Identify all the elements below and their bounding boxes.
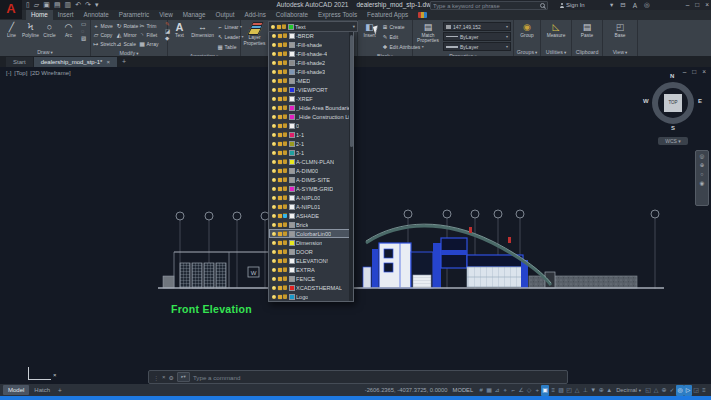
doc-minimize-icon[interactable]: – xyxy=(683,68,687,75)
ribbon-tab-output[interactable]: Output xyxy=(211,10,240,20)
command-line[interactable]: ⋮ × ⚙ ▸▾ Type a command xyxy=(148,370,568,384)
layer-on-icon[interactable] xyxy=(272,277,276,281)
autodesk-store-icon[interactable]: ⊟ xyxy=(620,1,625,9)
command-grip-icon[interactable]: ⋮ xyxy=(153,374,159,381)
dynamic-input-icon[interactable]: ⌖ xyxy=(501,385,509,396)
layer-lock-icon[interactable] xyxy=(283,150,287,156)
layer-row-a-dims-site[interactable]: A-DIMS-SITE xyxy=(269,175,353,184)
visual-style-menu[interactable]: [2D Wireframe] xyxy=(30,70,70,76)
layer-row-ashade[interactable]: ASHADE xyxy=(269,211,353,220)
viewcube-north[interactable]: N xyxy=(670,73,674,79)
layer-thaw-icon[interactable] xyxy=(278,223,282,227)
layer-lock-icon[interactable] xyxy=(283,123,287,129)
zoom-icon[interactable]: ○ xyxy=(700,171,703,177)
panel-label-groups[interactable]: Groups▾ xyxy=(514,48,540,56)
layer-lock-icon[interactable] xyxy=(283,78,287,84)
layer-thaw-icon[interactable] xyxy=(278,43,282,47)
layer-thaw-icon[interactable] xyxy=(278,259,282,263)
layer-thaw-icon[interactable] xyxy=(278,151,282,155)
trim-tool[interactable]: ✂Trim xyxy=(139,21,162,30)
open-file-icon[interactable]: ▱ xyxy=(34,0,39,10)
customize-quick-access-icon[interactable]: ▾ xyxy=(95,0,99,10)
file-tab-drawing[interactable]: dealership_mod_stp-1*× xyxy=(34,57,117,67)
save-as-icon[interactable]: ▤ xyxy=(54,0,61,10)
layer-row-a-nipl00[interactable]: A-NIPL00 xyxy=(269,193,353,202)
mirror-tool[interactable]: ◭Mirror xyxy=(116,30,139,39)
layer-thaw-icon[interactable] xyxy=(278,277,282,281)
tab-close-icon[interactable]: × xyxy=(106,59,110,65)
layer-row-xcadsthermal[interactable]: XCADSTHERMAL xyxy=(269,283,353,292)
layer-lock-icon[interactable] xyxy=(283,177,287,183)
viewcube-south[interactable]: S xyxy=(671,125,675,131)
linear-dimension-tool[interactable]: ⌐Linear▾ xyxy=(217,22,244,31)
layer-row-colorbarlin00[interactable]: ColorbarLin00 xyxy=(269,229,353,238)
annotation-scale-icon[interactable]: △ xyxy=(652,385,660,396)
layer-lock-icon[interactable] xyxy=(283,267,287,273)
transparency-icon[interactable]: ▨ xyxy=(557,385,565,396)
layer-lock-icon[interactable] xyxy=(283,105,287,111)
osnap-tracking-icon[interactable]: + xyxy=(533,385,541,396)
layer-row-1-1[interactable]: 1-1 xyxy=(269,130,353,139)
layer-thaw-icon[interactable] xyxy=(278,250,282,254)
isolate-objects-icon[interactable]: ◎ xyxy=(676,385,684,396)
panel-label-view[interactable]: View▾ xyxy=(603,48,637,56)
layer-on-icon[interactable] xyxy=(272,70,276,74)
layer-on-icon[interactable] xyxy=(272,268,276,272)
model-space-canvas[interactable]: [-][Top][2D Wireframe] – □ × xyxy=(0,67,711,384)
layer-thaw-icon[interactable] xyxy=(278,214,282,218)
wcs-menu[interactable]: WCS ▾ xyxy=(658,137,688,145)
linetype-select[interactable]: ByLayer ▾ xyxy=(443,32,511,41)
layer-thaw-icon[interactable] xyxy=(278,169,282,173)
steering-wheel-icon[interactable]: ◎ xyxy=(700,153,705,159)
layer-lock-icon[interactable] xyxy=(283,213,287,219)
annotation-monitor-icon[interactable]: ✓ xyxy=(668,385,676,396)
3d-object-snap-icon[interactable]: △ xyxy=(573,385,581,396)
layer-lock-icon[interactable] xyxy=(283,195,287,201)
layer-thaw-icon[interactable] xyxy=(277,25,281,29)
layer-on-icon[interactable] xyxy=(272,169,276,173)
polar-tracking-icon[interactable]: ∠ xyxy=(517,385,525,396)
layer-lock-icon[interactable] xyxy=(282,24,286,30)
object-snap-icon[interactable]: ▣ xyxy=(541,385,549,396)
ribbon-tab-add-ins[interactable]: Add-ins xyxy=(239,10,270,20)
layer-on-icon[interactable] xyxy=(271,25,275,29)
base-view-tool[interactable]: ◰ Base xyxy=(611,21,630,38)
layer-thaw-icon[interactable] xyxy=(278,232,282,236)
layer-on-icon[interactable] xyxy=(272,79,276,83)
layer-on-icon[interactable] xyxy=(272,232,276,236)
layer-thaw-icon[interactable] xyxy=(278,295,282,299)
layer-on-icon[interactable] xyxy=(272,223,276,227)
layer-lock-icon[interactable] xyxy=(283,168,287,174)
layer-lock-icon[interactable] xyxy=(283,42,287,48)
layer-lock-icon[interactable] xyxy=(283,285,287,291)
layer-combo[interactable]: Text ▾ xyxy=(268,21,358,32)
clean-screen-icon[interactable]: ◲ xyxy=(692,385,700,396)
layer-row-fence[interactable]: FENCE xyxy=(269,274,353,283)
model-tab[interactable]: Model xyxy=(3,385,29,395)
layer-row-elevation-[interactable]: ELEVATION! xyxy=(269,256,353,265)
layer-row-a-clmn-plan[interactable]: A-CLMN-PLAN xyxy=(269,157,353,166)
ribbon-tab-view[interactable]: View xyxy=(154,10,178,20)
orbit-icon[interactable]: ◉ xyxy=(700,180,705,186)
layer-thaw-icon[interactable] xyxy=(278,115,282,119)
layer-on-icon[interactable] xyxy=(272,178,276,182)
autodesk-app-icon[interactable]: A xyxy=(633,2,637,9)
command-input[interactable]: Type a command xyxy=(193,374,240,381)
layer-lock-icon[interactable] xyxy=(283,60,287,66)
lineweight-select[interactable]: ByLayer ▾ xyxy=(443,42,511,51)
view-menu[interactable]: [Top] xyxy=(14,70,27,76)
layer-thaw-icon[interactable] xyxy=(278,106,282,110)
layer-row--brdr[interactable]: -BRDR xyxy=(269,31,353,40)
layer-on-icon[interactable] xyxy=(272,34,276,38)
close-icon[interactable]: × xyxy=(705,0,709,10)
help-icon[interactable]: ◎ xyxy=(644,1,650,9)
hatch-icon[interactable]: ▨ xyxy=(81,35,86,41)
layer-thaw-icon[interactable] xyxy=(278,79,282,83)
scale-tool[interactable]: ⊿Scale xyxy=(116,39,139,48)
layer-thaw-icon[interactable] xyxy=(278,142,282,146)
layer-lock-icon[interactable] xyxy=(283,249,287,255)
layer-row-logo[interactable]: Logo xyxy=(269,292,353,301)
arc-tool[interactable]: ◠Arc xyxy=(59,21,78,38)
file-tab-start[interactable]: Start xyxy=(6,57,33,67)
ribbon-tab-manage[interactable]: Manage xyxy=(178,10,211,20)
